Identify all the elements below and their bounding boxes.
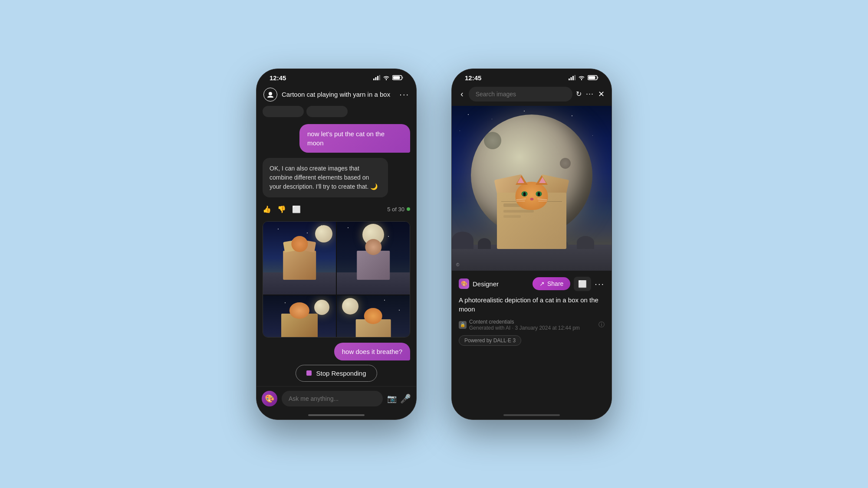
svg-rect-11 bbox=[575, 75, 576, 80]
svg-rect-2 bbox=[377, 76, 378, 80]
status-bar-2: 12:45 bbox=[452, 69, 612, 84]
grid-cell-4[interactable] bbox=[337, 295, 410, 337]
battery-icon-2 bbox=[588, 75, 598, 80]
stop-square-icon bbox=[306, 370, 312, 376]
chat-title: Cartoon cat playing with yarn in a box bbox=[282, 91, 395, 98]
input-avatar: 🎨 bbox=[262, 391, 277, 406]
svg-rect-5 bbox=[402, 77, 403, 79]
time-2: 12:45 bbox=[465, 74, 481, 82]
back-button[interactable]: ‹ bbox=[459, 87, 465, 101]
svg-rect-14 bbox=[589, 76, 595, 79]
feedback-row: 👍 👎 ⬜ 5 of 30 bbox=[263, 203, 410, 216]
battery-icon bbox=[392, 75, 403, 80]
grid-cell-1[interactable] bbox=[263, 222, 336, 295]
info-panel: 🎨 Designer ↗ Share ⬜ ··· A photorealisti… bbox=[452, 271, 612, 352]
image-grid bbox=[263, 222, 410, 337]
share-icon: ↗ bbox=[539, 280, 545, 287]
credentials-sub: Generated with AI · 3 January 2024 at 12… bbox=[469, 325, 580, 331]
credentials-left: 🔒 Content credentials Generated with AI … bbox=[459, 319, 580, 331]
home-indicator-2 bbox=[503, 414, 560, 416]
chat-header: Cartoon cat playing with yarn in a box ·… bbox=[256, 84, 416, 106]
svg-rect-6 bbox=[393, 76, 400, 79]
svg-rect-3 bbox=[379, 75, 381, 80]
main-image[interactable]: © bbox=[452, 106, 612, 271]
refresh-icon[interactable]: ↻ bbox=[576, 90, 582, 98]
partial-previous bbox=[263, 106, 410, 117]
stop-button-row: Stop Responding bbox=[256, 360, 416, 386]
image-description: A photorealistic depiction of a cat in a… bbox=[459, 295, 605, 314]
thumbs-up-icon[interactable]: 👍 bbox=[263, 205, 271, 213]
chat-more-button[interactable]: ··· bbox=[399, 89, 409, 99]
credentials-row: 🔒 Content credentials Generated with AI … bbox=[459, 319, 605, 331]
more-icon-viewer[interactable]: ··· bbox=[586, 89, 594, 98]
watermark: © bbox=[456, 262, 459, 267]
stop-responding-button[interactable]: Stop Responding bbox=[296, 365, 377, 382]
info-top-row: 🎨 Designer ↗ Share ⬜ ··· bbox=[459, 277, 605, 291]
svg-rect-1 bbox=[375, 77, 377, 80]
time-1: 12:45 bbox=[270, 74, 286, 82]
camera-icon[interactable]: 📷 bbox=[387, 394, 397, 403]
chat-body: now let's put the cat on the moon OK, I … bbox=[256, 106, 416, 360]
user-message-1: now let's put the cat on the moon bbox=[299, 124, 410, 153]
image-grid-container[interactable]: "A photorealistic depiction of a cat in … bbox=[263, 221, 410, 337]
home-indicator-1 bbox=[308, 414, 365, 416]
action-buttons: ↗ Share ⬜ ··· bbox=[533, 277, 605, 291]
chat-phone: 12:45 bbox=[256, 69, 417, 420]
viewer-header: ‹ ↻ ··· ✕ bbox=[452, 84, 612, 106]
svg-rect-10 bbox=[572, 76, 574, 80]
thumbs-down-icon[interactable]: 👎 bbox=[277, 205, 286, 213]
designer-icon: 🎨 bbox=[459, 278, 469, 289]
svg-rect-9 bbox=[571, 77, 572, 80]
credentials-title: Content credentials bbox=[469, 319, 580, 325]
status-bar-1: 12:45 bbox=[256, 69, 416, 84]
ai-response-bubble: OK, I can also create images that combin… bbox=[263, 158, 388, 197]
viewer-phone: 12:45 bbox=[451, 69, 612, 420]
signal-icon-2 bbox=[569, 75, 575, 80]
more-options-button[interactable]: ··· bbox=[595, 279, 605, 289]
prev-bubble-2 bbox=[306, 106, 348, 117]
signal-icon bbox=[373, 75, 380, 80]
grid-cell-2[interactable] bbox=[337, 222, 410, 295]
share-button[interactable]: ↗ Share bbox=[533, 277, 570, 290]
user-message-2: how does it breathe? bbox=[334, 343, 410, 360]
svg-rect-13 bbox=[598, 77, 598, 79]
credentials-icon: 🔒 bbox=[459, 321, 467, 329]
usage-dot bbox=[407, 207, 410, 211]
svg-point-7 bbox=[269, 92, 272, 95]
grid-cell-3[interactable] bbox=[263, 295, 336, 337]
wifi-icon-2 bbox=[578, 75, 585, 80]
close-icon[interactable]: ✕ bbox=[598, 89, 605, 99]
usage-count: 5 of 30 bbox=[387, 206, 410, 213]
viewer-icon-group: ↻ ··· ✕ bbox=[576, 89, 605, 99]
copy-button[interactable]: ⬜ bbox=[574, 277, 591, 291]
info-icon[interactable]: ⓘ bbox=[598, 321, 605, 329]
chat-avatar bbox=[263, 88, 277, 102]
svg-rect-8 bbox=[569, 79, 570, 80]
prev-bubble-1 bbox=[263, 106, 304, 117]
search-input[interactable] bbox=[469, 87, 572, 102]
designer-row: 🎨 Designer bbox=[459, 278, 499, 289]
ai-response-text: OK, I can also create images that combin… bbox=[270, 164, 381, 191]
mic-icon[interactable]: 🎤 bbox=[400, 393, 411, 404]
dalle-badge-2: Powered by DALL·E 3 bbox=[459, 335, 521, 346]
designer-name: Designer bbox=[473, 280, 499, 288]
svg-rect-0 bbox=[373, 79, 375, 80]
input-bar: 🎨 📷 🎤 bbox=[256, 386, 416, 411]
copy-icon[interactable]: ⬜ bbox=[292, 205, 301, 213]
chat-input[interactable] bbox=[282, 391, 383, 406]
wifi-icon bbox=[383, 75, 390, 80]
